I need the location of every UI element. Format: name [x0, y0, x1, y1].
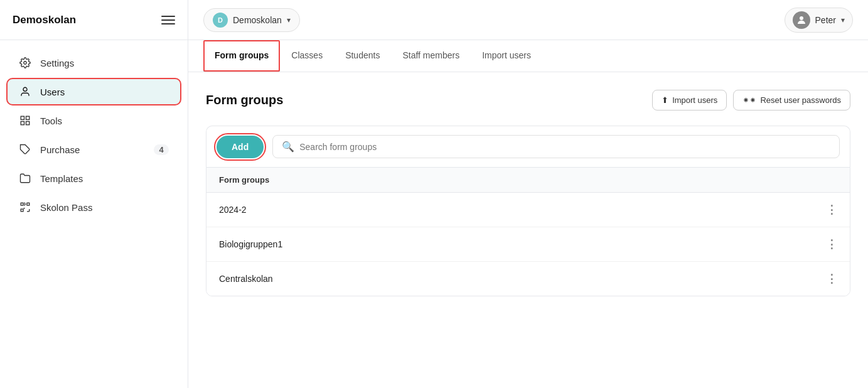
sidebar-item-settings-label: Settings — [40, 58, 74, 68]
sidebar-item-skolon-pass-label: Skolon Pass — [40, 202, 92, 213]
tab-staff-members[interactable]: Staff members — [391, 40, 471, 72]
row-actions-menu-1[interactable]: ⋮ — [826, 237, 837, 251]
page-title: Form groups — [206, 93, 283, 107]
table-row[interactable]: Biologigruppen1 ⋮ — [206, 227, 850, 262]
content-header: Form groups ⬆ Import users ⁕⁕ Reset user… — [206, 90, 850, 110]
svg-rect-7 — [21, 203, 23, 205]
table-header: Form groups — [206, 168, 850, 193]
svg-rect-3 — [26, 116, 29, 119]
svg-point-0 — [24, 62, 27, 65]
svg-rect-4 — [21, 122, 24, 125]
chevron-down-icon: ▾ — [287, 16, 291, 24]
user-selector[interactable]: Peter ▾ — [785, 8, 853, 33]
gear-icon — [19, 57, 31, 69]
sidebar: Demoskolan Settings Users — [0, 0, 188, 388]
sidebar-item-users-label: Users — [40, 87, 65, 97]
row-name: Centralskolan — [219, 274, 273, 284]
tab-form-groups[interactable]: Form groups — [203, 40, 280, 72]
sidebar-item-purchase-label: Purchase — [40, 144, 80, 155]
svg-point-1 — [23, 87, 27, 91]
sidebar-header: Demoskolan — [0, 0, 188, 40]
app-title: Demoskolan — [13, 14, 76, 26]
svg-rect-5 — [26, 122, 29, 125]
row-actions-menu-2[interactable]: ⋮ — [826, 272, 837, 286]
grid-icon — [19, 114, 31, 127]
tag-icon — [19, 143, 31, 156]
main-content: D Demoskolan ▾ Peter ▾ Form groups Class… — [188, 0, 868, 388]
topbar: D Demoskolan ▾ Peter ▾ — [188, 0, 868, 40]
sidebar-item-users[interactable]: Users — [6, 78, 181, 105]
row-name: 2024-2 — [219, 205, 247, 215]
search-add-row: Add 🔍 — [206, 126, 850, 167]
sidebar-item-templates-label: Templates — [40, 173, 83, 184]
qr-icon — [19, 201, 31, 213]
search-icon: 🔍 — [282, 141, 294, 153]
user-name: Peter — [815, 15, 836, 25]
user-chevron-icon: ▾ — [841, 16, 845, 24]
table-row[interactable]: 2024-2 ⋮ — [206, 193, 850, 227]
import-users-button[interactable]: ⬆ Import users — [652, 90, 727, 110]
svg-rect-2 — [21, 116, 24, 119]
key-icon: ⁕⁕ — [742, 95, 756, 105]
sidebar-item-tools[interactable]: Tools — [6, 107, 181, 134]
reset-passwords-button[interactable]: ⁕⁕ Reset user passwords — [733, 90, 850, 110]
table-row[interactable]: Centralskolan ⋮ — [206, 262, 850, 296]
search-input[interactable] — [299, 142, 830, 152]
svg-point-18 — [800, 16, 803, 20]
content-area: Form groups ⬆ Import users ⁕⁕ Reset user… — [188, 72, 868, 388]
sidebar-nav: Settings Users Tools — [0, 40, 188, 388]
tabs: Form groups Classes Students Staff membe… — [188, 40, 868, 72]
add-button[interactable]: Add — [217, 136, 264, 158]
sidebar-item-skolon-pass[interactable]: Skolon Pass — [6, 193, 181, 221]
tab-classes[interactable]: Classes — [280, 40, 334, 72]
row-name: Biologigruppen1 — [219, 239, 282, 249]
row-actions-menu-0[interactable]: ⋮ — [826, 203, 837, 217]
hamburger-menu-button[interactable] — [161, 16, 175, 24]
school-selector[interactable]: D Demoskolan ▾ — [203, 8, 300, 32]
header-actions: ⬆ Import users ⁕⁕ Reset user passwords — [652, 90, 850, 110]
sidebar-item-settings[interactable]: Settings — [6, 49, 181, 77]
user-icon — [19, 85, 31, 98]
school-avatar: D — [213, 13, 228, 28]
sidebar-item-templates[interactable]: Templates — [6, 164, 181, 192]
tab-import-users[interactable]: Import users — [471, 40, 542, 72]
sidebar-item-tools-label: Tools — [40, 116, 62, 126]
avatar — [793, 11, 810, 29]
svg-rect-8 — [27, 203, 29, 205]
purchase-badge: 4 — [154, 144, 169, 155]
svg-rect-9 — [21, 209, 23, 212]
form-groups-table: Form groups 2024-2 ⋮ Biologigruppen1 ⋮ C… — [206, 167, 850, 296]
upload-icon: ⬆ — [662, 95, 668, 105]
folder-icon — [19, 172, 31, 185]
school-name: Demoskolan — [233, 15, 282, 25]
search-box: 🔍 — [272, 135, 840, 158]
sidebar-item-purchase[interactable]: Purchase 4 — [6, 136, 181, 163]
tab-students[interactable]: Students — [334, 40, 391, 72]
